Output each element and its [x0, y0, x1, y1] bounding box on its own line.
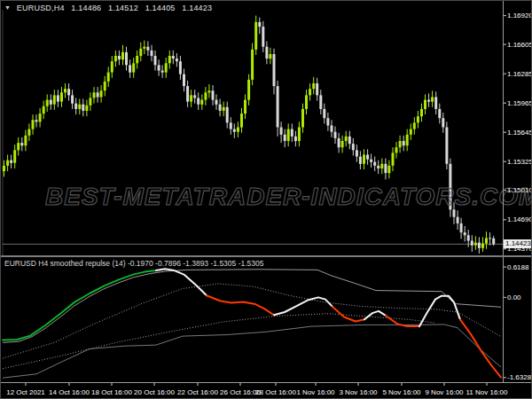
time-axis-label: 5 Nov 16:00	[382, 388, 420, 396]
price-axis-label: 1.15010	[507, 186, 532, 194]
time-axis-label: 14 Oct 16:00	[49, 388, 90, 396]
price-axis-separator	[503, 1, 504, 382]
price-axis-label: 1.16920	[507, 12, 532, 20]
signal-dotted-lower-line	[3, 314, 435, 369]
indicator-axis-label: -1.6328	[507, 373, 531, 381]
price-axis[interactable]: 1.169201.166051.162851.159651.156451.153…	[503, 1, 532, 382]
time-axis-label: 11 Nov 16:00	[466, 388, 508, 396]
current-price-label: 1.14423	[504, 239, 532, 248]
price-axis-label: 1.14690	[507, 215, 532, 223]
price-axis-label: 1.15325	[507, 158, 532, 166]
repulse-main-line	[156, 269, 207, 295]
indicator-label: EURUSD H4 smoothed repulse (14) -0.1970 …	[4, 259, 263, 268]
indicator-axis-label: 0.00	[507, 293, 521, 301]
time-axis-label: 28 Oct 16:00	[255, 388, 296, 396]
repulse-main-line	[332, 307, 364, 322]
panel-divider[interactable]	[1, 255, 532, 257]
time-axis-label: 1 Nov 16:00	[296, 388, 334, 396]
time-axis-label: 26 Oct 16:00	[220, 388, 261, 396]
time-axis-label: 12 Oct 2021	[6, 388, 45, 396]
time-axis-label: 22 Oct 16:00	[177, 388, 218, 396]
chart-canvas[interactable]	[1, 1, 532, 399]
repulse-main-line	[274, 297, 332, 315]
time-axis-label: 3 Nov 16:00	[339, 388, 377, 396]
price-axis-label: 1.16605	[507, 41, 532, 49]
repulse-main-line	[460, 319, 501, 377]
time-axis-separator	[1, 382, 532, 383]
lower-band-line	[3, 325, 501, 378]
symbol-period-label: EURUSD,H4	[17, 4, 65, 12]
ohlc-high: 1.14512	[108, 4, 138, 12]
chart-window: ▼ EURUSD,H4 1.14486 1.14512 1.14405 1.14…	[0, 0, 532, 399]
time-axis-label: 9 Nov 16:00	[425, 388, 463, 396]
price-axis-label: 1.16285	[507, 70, 532, 78]
repulse-main-line	[207, 295, 274, 315]
time-axis-label: 20 Oct 16:00	[134, 388, 175, 396]
price-axis-label: 1.15645	[507, 129, 532, 137]
candlestick-series	[3, 16, 495, 254]
chart-dropdown-icon[interactable]: ▼	[4, 4, 11, 11]
price-axis-label: 1.15965	[507, 99, 532, 107]
time-axis-label: 18 Oct 16:00	[91, 388, 132, 396]
signal-dotted-upper-line	[3, 284, 501, 358]
repulse-main-line	[3, 270, 156, 340]
indicator-axis-label: 0.6188	[507, 263, 528, 271]
repulse-main-line	[364, 311, 386, 319]
chart-header: ▼ EURUSD,H4 1.14486 1.14512 1.14405 1.14…	[4, 4, 216, 12]
ohlc-low: 1.14405	[145, 4, 176, 12]
time-axis[interactable]: 12 Oct 202114 Oct 16:0018 Oct 16:0020 Oc…	[1, 383, 532, 399]
upper-band-line	[3, 270, 501, 343]
ohlc-close: 1.14423	[182, 4, 212, 12]
ohlc-open: 1.14486	[71, 4, 101, 12]
